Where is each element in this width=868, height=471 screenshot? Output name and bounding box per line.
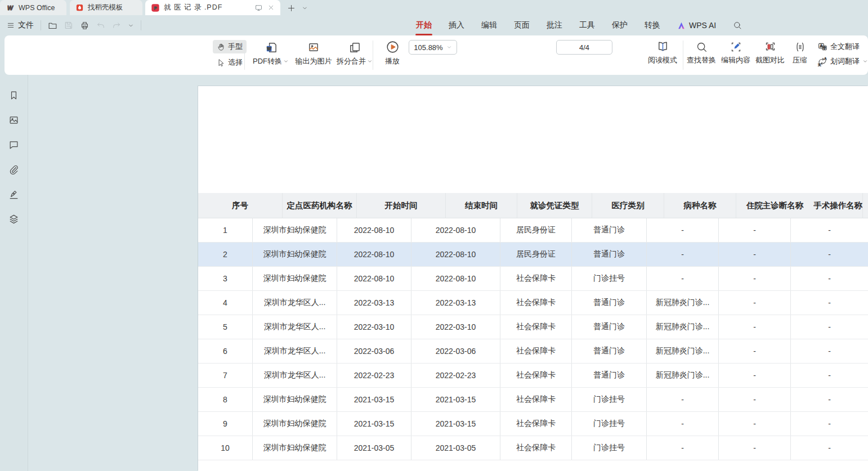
- table-row: 1 深圳市妇幼保健院 2022-08-10 2022-08-10 居民身份证 普…: [198, 218, 868, 243]
- cell-operation-name: -: [791, 315, 868, 339]
- menu-tab-home[interactable]: 开始: [415, 19, 432, 32]
- cell-credential-type: 社会保障卡: [500, 364, 572, 387]
- attachments-panel-icon[interactable]: [7, 163, 21, 176]
- open-file-icon[interactable]: [48, 21, 57, 30]
- wps-ai-label: WPS AI: [689, 21, 716, 30]
- cell-index: 6: [198, 339, 253, 363]
- menu-tab-convert[interactable]: 转换: [644, 19, 661, 32]
- tab-list-chevron-icon[interactable]: [298, 2, 311, 14]
- new-tab-button[interactable]: [285, 2, 297, 14]
- cell-index: 5: [198, 315, 253, 339]
- export-image-label: 输出为图片: [296, 56, 332, 66]
- cell-credential-type: 社会保障卡: [500, 339, 572, 363]
- cell-institution: 深圳市龙华区人...: [253, 339, 337, 363]
- ribbon-toolbar: 手型 选择 PDF转换 输出为图片 拆分合并 播放 105.88% 4/4: [5, 35, 868, 75]
- cell-operation-name: -: [791, 243, 868, 266]
- cell-credential-type: 社会保障卡: [500, 267, 572, 290]
- find-replace-icon: [696, 41, 708, 53]
- cell-index: 1: [198, 218, 253, 242]
- edit-content-button[interactable]: 编辑内容: [718, 41, 753, 65]
- tab-document-active[interactable]: 就 医 记 录 .PDF: [145, 0, 280, 15]
- cell-credential-type: 社会保障卡: [500, 436, 572, 460]
- tab-wps-home[interactable]: WPS Office: [0, 0, 66, 15]
- close-tab-icon[interactable]: [267, 4, 275, 11]
- file-menu-button[interactable]: 文件: [7, 20, 34, 30]
- menu-tab-protect[interactable]: 保护: [611, 19, 628, 32]
- more-actions-chevron-icon[interactable]: [128, 23, 134, 29]
- redo-icon[interactable]: [112, 21, 121, 30]
- menu-tab-annotate[interactable]: 批注: [546, 19, 563, 32]
- cell-medical-category: 门诊挂号: [572, 436, 647, 460]
- signature-panel-icon[interactable]: [7, 187, 21, 201]
- cell-credential-type: 社会保障卡: [500, 412, 572, 436]
- zoom-level-input[interactable]: 105.88%: [409, 40, 457, 55]
- undo-icon[interactable]: [96, 21, 105, 30]
- cell-credential-type: 社会保障卡: [500, 291, 572, 315]
- window-tab-bar: WPS Office 找稻壳模板 就 医 记 录 .PDF: [0, 0, 868, 15]
- hand-tool-label: 手型: [228, 42, 243, 52]
- compress-button[interactable]: 压缩: [787, 41, 813, 65]
- cell-credential-type: 居民身份证: [500, 218, 572, 242]
- play-slideshow-button[interactable]: 播放: [378, 40, 407, 66]
- divider: [41, 20, 41, 30]
- menu-tab-tools[interactable]: 工具: [579, 19, 596, 32]
- cell-medical-category: 门诊挂号: [572, 267, 647, 290]
- cell-diagnosis-name: -: [719, 315, 791, 339]
- enter-workspace-icon[interactable]: [254, 3, 263, 12]
- pdf-file-icon: [151, 3, 160, 12]
- split-merge-button[interactable]: 拆分合并: [333, 41, 376, 66]
- hand-tool-button[interactable]: 手型: [213, 40, 247, 53]
- cell-medical-category: 普通门诊: [572, 218, 647, 242]
- bookmarks-panel-icon[interactable]: [7, 88, 21, 102]
- page-indicator-input[interactable]: 4/4: [556, 40, 612, 55]
- table-row: 9 深圳市妇幼保健院 2021-03-15 2021-03-15 社会保障卡 门…: [198, 412, 868, 436]
- screenshot-compare-button[interactable]: 截图对比: [753, 41, 788, 65]
- cell-diagnosis-name: -: [719, 267, 791, 290]
- thumbnails-panel-icon[interactable]: [7, 113, 21, 127]
- select-tool-button[interactable]: 选择: [213, 56, 247, 69]
- word-translate-label: 划词翻译: [830, 56, 860, 66]
- pdf-convert-button[interactable]: PDF转换: [249, 41, 292, 66]
- menu-tab-page[interactable]: 页面: [513, 19, 530, 32]
- search-icon[interactable]: [733, 21, 742, 30]
- cell-end-date: 2021-03-15: [411, 412, 500, 436]
- cell-diagnosis-name: -: [719, 218, 791, 242]
- tab-docer-label: 找稻壳模板: [88, 3, 123, 12]
- export-image-icon: [307, 41, 320, 54]
- cell-index: 10: [198, 436, 253, 460]
- cell-end-date: 2022-08-10: [411, 243, 500, 266]
- docer-icon: [75, 3, 84, 12]
- cell-medical-category: 普通门诊: [572, 364, 647, 387]
- export-image-button[interactable]: 输出为图片: [292, 41, 335, 66]
- comments-panel-icon[interactable]: [7, 138, 21, 151]
- table-row: 2 深圳市妇幼保健院 2022-08-10 2022-08-10 居民身份证 普…: [198, 243, 868, 267]
- menu-tab-edit[interactable]: 编辑: [481, 19, 498, 32]
- cell-start-date: 2021-03-15: [337, 388, 411, 411]
- tab-docer-templates[interactable]: 找稻壳模板: [70, 0, 142, 15]
- cell-institution: 深圳市妇幼保健院: [253, 267, 337, 290]
- save-icon[interactable]: [64, 21, 73, 30]
- cell-operation-name: -: [791, 388, 868, 411]
- full-translate-button[interactable]: 全文翻译: [817, 42, 868, 52]
- split-merge-label: 拆分合并: [337, 56, 366, 66]
- cell-index: 4: [198, 291, 253, 315]
- cell-institution: 深圳市妇幼保健院: [253, 436, 337, 460]
- table-row: 8 深圳市妇幼保健院 2021-03-15 2021-03-15 社会保障卡 门…: [198, 388, 868, 412]
- print-icon[interactable]: [80, 21, 90, 30]
- word-translate-button[interactable]: 划词翻译: [817, 56, 868, 66]
- cell-start-date: 2022-08-10: [337, 218, 411, 242]
- cell-index: 7: [198, 364, 253, 387]
- layers-panel-icon[interactable]: [7, 212, 21, 226]
- cell-medical-category: 普通门诊: [572, 291, 647, 315]
- edit-content-label: 编辑内容: [721, 55, 750, 65]
- cell-start-date: 2022-03-06: [337, 339, 411, 363]
- menu-tab-insert[interactable]: 插入: [448, 19, 465, 32]
- cell-operation-name: -: [791, 412, 868, 436]
- cell-diagnosis-name: -: [719, 412, 791, 436]
- read-mode-button[interactable]: 阅读模式: [645, 40, 680, 65]
- menu-bar: 文件 开始 插入 编辑 页面 批注 工具 保护 转换 WPS AI: [0, 15, 868, 35]
- wps-ai-button[interactable]: WPS AI: [677, 21, 716, 30]
- find-replace-button[interactable]: 查找替换: [684, 41, 719, 65]
- cell-medical-category: 普通门诊: [572, 339, 647, 363]
- cell-institution: 深圳市龙华区人...: [253, 315, 337, 339]
